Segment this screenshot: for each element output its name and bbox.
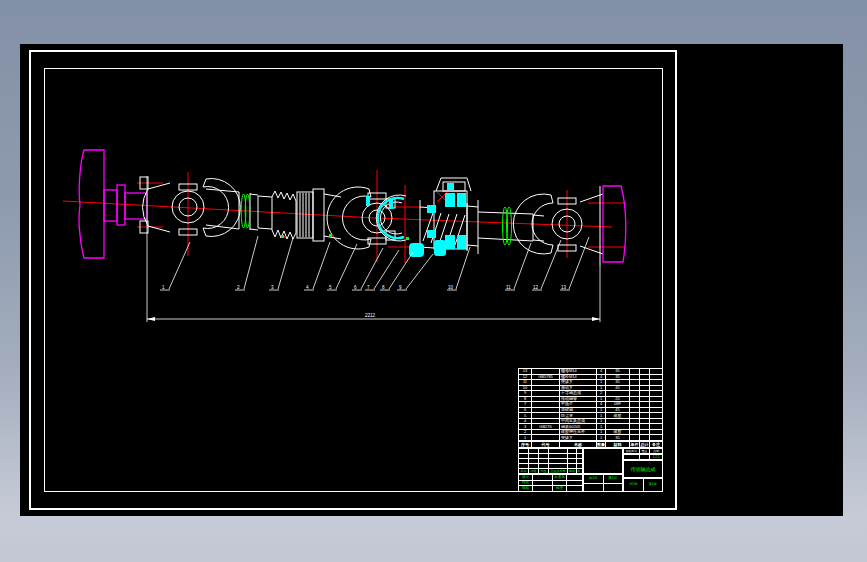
part-code <box>532 369 559 374</box>
part-name: 突缘叉 <box>560 435 596 440</box>
part-code <box>532 380 559 385</box>
part-no: 9 <box>519 391 531 396</box>
part-code <box>532 391 559 396</box>
part-material: 35 <box>606 369 629 374</box>
part-material: 08F <box>606 402 629 407</box>
part-code: GB5785 <box>532 375 559 380</box>
part-qty: 1 <box>597 386 605 391</box>
part-qty: 4 <box>597 375 605 380</box>
part-name: 花键轴 <box>560 408 596 413</box>
part-code <box>532 430 559 435</box>
part-no: 4 <box>519 419 531 424</box>
part-qty: 4 <box>597 402 605 407</box>
part-code <box>532 435 559 440</box>
part-name: 螺栓M14 <box>560 375 596 380</box>
part-qty: 1 <box>597 419 605 424</box>
part-no: 1 <box>519 435 531 440</box>
part-name: 传动轴管 <box>560 397 596 402</box>
part-qty: 1 <box>597 435 605 440</box>
part-name: 中间支承总成 <box>560 419 596 424</box>
part-material <box>606 424 629 429</box>
parts-list-table: 13螺母M14435 12GB5785螺栓M14435 11突缘叉135 10滑… <box>518 368 663 441</box>
part-qty: 1 <box>597 380 605 385</box>
part-code <box>532 402 559 407</box>
part-name: 螺母M14 <box>560 369 596 374</box>
sheet-counts: 共1张 第1张 <box>623 478 663 492</box>
part-qty: 2 <box>597 391 605 396</box>
part-code <box>532 397 559 402</box>
part-material <box>606 391 629 396</box>
part-no: 5 <box>519 413 531 418</box>
part-no: 8 <box>519 397 531 402</box>
parts-list-header: 序号 代号 名称 数量 材料 单件 总计 备注 <box>518 441 663 448</box>
drawing-title: 传动轴总成 <box>623 460 663 478</box>
part-code <box>532 408 559 413</box>
part-material: 橡胶 <box>606 413 629 418</box>
part-no: 10 <box>519 386 531 391</box>
part-material: 20 <box>606 397 629 402</box>
sheet-info-cells: 共1张 第1张 <box>583 474 623 492</box>
part-no: 11 <box>519 380 531 385</box>
scale-value: 1:2.5 <box>650 455 662 459</box>
part-code <box>532 413 559 418</box>
part-qty: 1 <box>597 424 605 429</box>
part-no: 3 <box>519 424 531 429</box>
part-qty: 4 <box>597 369 605 374</box>
part-qty: 1 <box>597 430 605 435</box>
part-no: 7 <box>519 402 531 407</box>
part-qty: 1 <box>597 397 605 402</box>
part-material: 35 <box>606 375 629 380</box>
part-material: 橡胶 <box>606 430 629 435</box>
part-name: 防尘罩 <box>560 413 596 418</box>
part-material <box>606 419 629 424</box>
part-material: 35 <box>606 435 629 440</box>
part-name: 滑动叉 <box>560 386 596 391</box>
part-material: 45 <box>606 386 629 391</box>
part-code <box>532 386 559 391</box>
title-block-area: 13螺母M14435 12GB5785螺栓M14435 11突缘叉135 10滑… <box>518 368 663 492</box>
signature-table: 设计 标准化 校核 审核 批准 <box>518 474 583 492</box>
part-material: 35 <box>606 380 629 385</box>
revision-table: 标记 处数 分区 更改文件号 签名 年月日 <box>518 448 583 474</box>
part-qty: 1 <box>597 413 605 418</box>
drawing-number-box <box>583 448 623 474</box>
part-no: 6 <box>519 408 531 413</box>
part-qty: 1 <box>597 408 605 413</box>
part-code: GB276 <box>532 424 559 429</box>
title-right-section: 阶段标记 重量 比例 1:2.5 传动轴总成 共1张 第1张 <box>623 448 663 492</box>
part-no: 2 <box>519 430 531 435</box>
part-name: 轴承60205 <box>560 424 596 429</box>
title-block: 标记 处数 分区 更改文件号 签名 年月日 设计 标准化 校核 审核 批准 共1… <box>518 448 663 492</box>
part-name: 突缘叉 <box>560 380 596 385</box>
part-name: 平衡片 <box>560 402 596 407</box>
part-material: 45 <box>606 408 629 413</box>
part-name: 十字轴总成 <box>560 391 596 396</box>
part-code <box>532 419 559 424</box>
part-name: 橡胶弹性元件 <box>560 430 596 435</box>
part-no: 13 <box>519 369 531 374</box>
part-no: 12 <box>519 375 531 380</box>
cad-viewport: 1 2 3 4 5 6 7 8 9 10 11 12 13 2212 13螺母M… <box>0 0 867 562</box>
